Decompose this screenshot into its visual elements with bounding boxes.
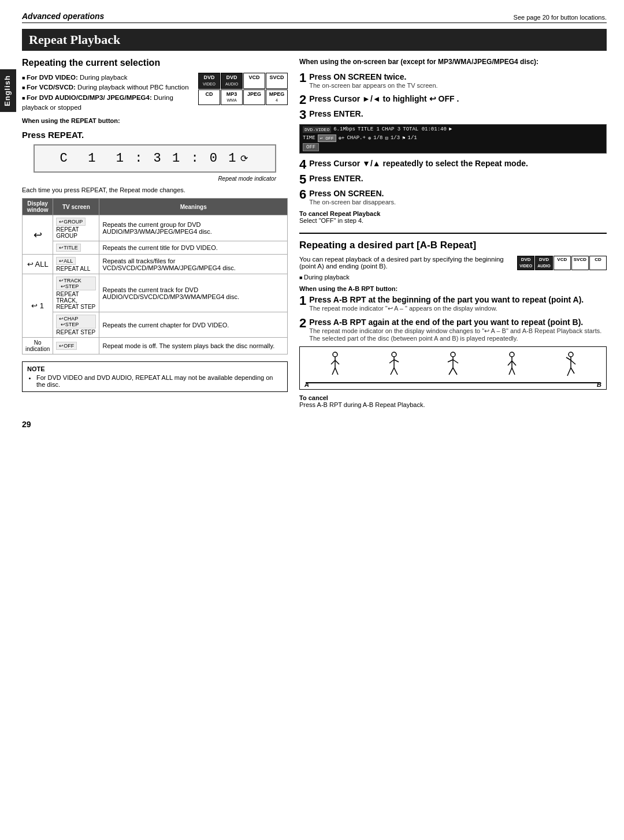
tv-repeat-chap: ↩CHAP ↩STEP REPEAT STEP [53,312,99,338]
step-1-main: Press ON SCREEN twice. [309,72,607,82]
display-repeat-icon: ↩ [23,215,53,255]
svg-point-18 [510,352,514,357]
bar-chap: CHAP 3 [382,126,400,132]
svg-line-27 [571,360,575,364]
svg-line-26 [566,357,571,360]
bar-bitrate: 6.1Mbps [333,126,355,132]
ab-baseline [306,382,600,383]
ab-step-1-sub: The repeat mode indicator "↩ A – " appea… [309,305,607,312]
svg-line-29 [571,368,574,374]
svg-line-11 [394,368,398,375]
tv-repeat-title: ↩TITLE [53,241,99,255]
ab-step-1-number: 1 [299,294,306,307]
format-mpeg4: MPEG4 [266,89,288,106]
table-row: ↩ ↩GROUP REPEAT GROUP Repeats the curren… [23,215,288,241]
bar-row-2: TIME ↩ OFF ⊕+ CHAP.+ ⊕ 1/8 ⊟ 1/3 ⚑ 1/1 [303,135,603,142]
ab-step-2-number: 2 [299,317,306,330]
table-row: ↩CHAP ↩STEP REPEAT STEP Repeats the curr… [23,312,288,338]
to-cancel-repeat-heading: To cancel Repeat Playback [299,210,607,217]
svg-line-5 [335,368,338,375]
note-list: For DVD VIDEO and DVD AUDIO, REPEAT ALL … [27,374,283,388]
section-header: Advanced operations See page 20 for butt… [22,12,607,23]
step-6-main: Press ON SCREEN. [309,188,607,199]
bar-chap-plus: CHAP.+ [347,135,365,141]
bar-count3: 1/1 [408,135,417,141]
step-6-number: 6 [299,188,306,201]
note-item: For DVD VIDEO and DVD AUDIO, REPEAT ALL … [36,374,283,388]
figure-2 [387,352,402,378]
format-vcd: VCD [243,73,265,89]
svg-line-28 [567,368,571,376]
svg-line-17 [453,368,457,375]
ab-format-cd: CD [589,256,607,270]
step-2-main: Press Cursor ►/◄ to highlight ↩ OFF . [309,94,607,104]
step-2: 2 Press Cursor ►/◄ to highlight ↩ OFF . [299,94,607,104]
note-box: NOTE For DVD VIDEO and DVD AUDIO, REPEAT… [22,361,288,392]
ab-step-2-sub: The repeat mode indicator on the display… [309,327,607,342]
ab-format-svcd: SVCD [571,256,589,270]
step-5-main: Press ENTER. [309,173,607,184]
step-1-number: 1 [299,72,306,84]
tv-repeat-group: ↩GROUP REPEAT GROUP [53,215,99,241]
ab-label-b: B [597,381,601,388]
ab-step-2: 2 Press A-B RPT again at the end of the … [299,317,607,342]
page-number: 29 [22,420,607,429]
svg-line-10 [391,368,394,375]
svg-line-2 [331,360,335,364]
step-3-number: 3 [299,109,306,121]
format-boxes: DVDVIDEO DVDAUDIO VCD SVCD CD MP3WMA JPE… [198,73,288,105]
svg-point-24 [569,352,573,357]
table-row: ↩ ALL ↩ALL REPEAT ALL Repeats all tracks… [23,255,288,274]
ab-repeat-heading: Repeating a desired part [A-B Repeat] [299,240,607,251]
meaning-repeat-chap: Repeats the current chapter for DVD VIDE… [99,312,288,338]
bar-dvd-video: DVD-VIDEO [303,126,331,133]
figure-1 [328,352,343,378]
format-dvd-audio: DVDAUDIO [221,73,243,89]
step-2-number: 2 [299,94,306,106]
ab-format-vcd: VCD [554,256,571,270]
step-4: 4 Press Cursor ▼/▲ repeatedly to select … [299,158,607,169]
svg-line-4 [332,368,335,375]
svg-line-22 [509,368,512,375]
svg-point-12 [451,352,455,357]
bar-cd-icon: ⊕ [368,135,371,141]
bar-flag: ⚑ [402,135,405,141]
format-jpeg: JPEG [243,89,265,106]
figure-5 [564,352,578,378]
step-1-sub: The on-screen bar appears on the TV scre… [309,82,607,89]
meaning-repeat-title: Repeats the current title for DVD VIDEO. [99,241,288,255]
meaning-repeat-all: Repeats all tracks/files for VCD/SVCD/CD… [99,255,288,274]
to-cancel-ab-heading: To cancel [299,394,607,401]
display-repeat-all: ↩ ALL [23,255,53,274]
col-display: Displaywindow [23,199,53,215]
language-tab: English [0,69,16,112]
tv-repeat-all: ↩ALL REPEAT ALL [53,255,99,274]
ab-format-boxes: DVDVIDEO DVDAUDIO VCD SVCD CD [517,256,607,270]
bar-off-hl: ↩ OFF [318,135,336,142]
display-no-indication: Noindication [23,338,53,354]
step-4-main: Press Cursor ▼/▲ repeatedly to select th… [309,158,607,169]
svg-line-20 [508,361,512,365]
step-3: 3 Press ENTER. [299,109,607,119]
meaning-repeat-group: Repeats the current group for DVD AUDIO/… [99,215,288,241]
step-3-main: Press ENTER. [309,109,607,119]
tv-repeat-off: ↩OFF [53,338,99,354]
step-6: 6 Press ON SCREEN. The on-screen bar dis… [299,188,607,206]
repeat-mode-indicator-label: Repeat mode indicator [22,176,276,182]
table-row: ↩ 1 ↩TRACK ↩STEP REPEAT TRACK,REPEAT STE… [23,274,288,312]
svg-line-14 [448,360,453,362]
figure-3 [446,352,460,378]
repeat-table: Displaywindow TV screen Meanings ↩ ↩GROU… [22,198,288,354]
svg-line-8 [389,360,394,363]
figure-4 [505,352,519,378]
svg-point-6 [392,352,396,357]
svg-line-15 [453,360,458,363]
format-svcd: SVCD [266,73,288,89]
section-heading-repeat: Repeating the current selection [22,58,288,68]
onscreen-heading: When using the on-screen bar (except for… [299,58,607,66]
when-ab-button: When using the A-B RPT button: [299,285,607,292]
format-cd: CD [198,89,220,106]
see-page-note: See page 20 for button locations. [514,14,607,21]
ab-step-2-main: Press A-B RPT again at the end of the pa… [309,317,607,327]
onscreen-bar: DVD-VIDEO 6.1Mbps TITLE 1 CHAP 3 TOTAL 0… [299,124,607,154]
